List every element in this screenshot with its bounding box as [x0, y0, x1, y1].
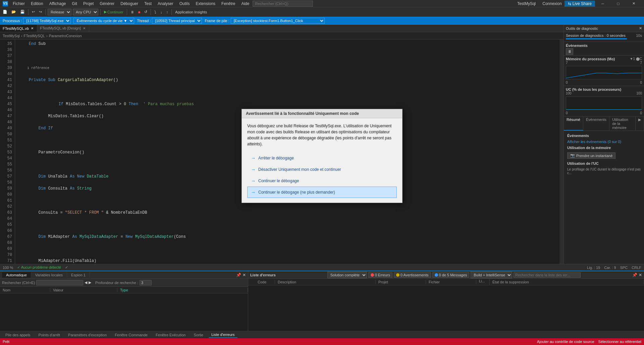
step-over-button[interactable]: ⤵ [153, 9, 158, 15]
auto-search-input[interactable] [36, 280, 83, 285]
error-search-input[interactable] [514, 272, 581, 278]
platform-dropdown[interactable]: Any CPU [73, 9, 98, 15]
auto-content [0, 293, 248, 331]
save-button[interactable]: 💾 [19, 9, 26, 15]
pause-button[interactable]: ⏸ [129, 9, 136, 15]
menu-deboguer[interactable]: Déboguer [118, 1, 141, 7]
select-repo[interactable]: Sélectionner au référentiel [598, 340, 641, 344]
diag-expand-icon[interactable]: ▶ [636, 117, 644, 131]
modal-option2[interactable]: → Désactiver Uniquement mon code et cont… [247, 164, 397, 175]
messages-filter-btn[interactable]: 0 de 5 Messages [432, 272, 470, 278]
global-search-input[interactable] [253, 1, 313, 7]
tab-ftestmysql-vb[interactable]: FTestMySQL.vb ✕ [0, 25, 37, 32]
editor-scrollbar[interactable] [559, 40, 564, 264]
toolbar-sep5 [151, 9, 151, 15]
tab-breakpoints[interactable]: Points d'arrêt [36, 332, 63, 338]
restart-button[interactable]: ↺ [143, 9, 149, 15]
app-insights-button[interactable]: Application Insights [174, 9, 208, 15]
info-dot [435, 273, 438, 277]
modal-option3[interactable]: → Continuer le débogage [247, 175, 397, 187]
start-button[interactable]: ▶ Continuer [103, 9, 125, 15]
time-slider[interactable] [566, 38, 627, 40]
error-close-icon[interactable]: ✕ [639, 273, 642, 277]
error-pin-icon[interactable]: 📌 [632, 273, 637, 277]
add-source-control[interactable]: Ajouter au contrôle de code source [537, 340, 594, 344]
tab-exception-settings[interactable]: Paramètres d'exception [65, 332, 109, 338]
menu-edition[interactable]: Edition [28, 1, 46, 7]
breadcrumb-bar: TestMySql › FTestMySQL › ParametroConexi… [0, 32, 564, 40]
redo-button[interactable]: ↪ [38, 9, 43, 15]
tab-errors[interactable]: Liste d'erreurs [209, 332, 237, 338]
tab-variables-locales[interactable]: Variables locales [31, 272, 67, 278]
error-scope-dropdown[interactable]: Solution complète [327, 272, 367, 278]
events-dropdown[interactable]: Évènements du cycle de vie ▼ [73, 18, 134, 24]
camera-icon: 📷 [570, 153, 575, 158]
error-panel-controls: 📌 ✕ [632, 273, 642, 277]
frame-dropdown[interactable]: [Exception] stocktest.Form1.Button1_Clic… [231, 18, 325, 24]
auto-close-icon[interactable]: ✕ [243, 273, 246, 277]
error-content [248, 285, 644, 331]
stop-button[interactable]: ■ [137, 9, 142, 15]
err-line-col: Li... [476, 279, 490, 285]
menu-test[interactable]: Test [142, 1, 154, 7]
maximize-button[interactable]: □ [610, 0, 626, 7]
auto-pin-icon[interactable]: 📌 [236, 273, 241, 277]
menu-generer[interactable]: Générer [97, 1, 117, 7]
step-into-button[interactable]: ↓ [159, 9, 164, 15]
search-nav-fwd[interactable]: ▶ [89, 280, 91, 285]
live-share-button[interactable]: ⇆ Live Share [565, 1, 595, 7]
window-controls: ─ □ ✕ [595, 0, 641, 7]
menu-extensions[interactable]: Extensions [193, 1, 218, 7]
menu-fenetre[interactable]: Fenêtre [219, 1, 238, 7]
connexion-button[interactable]: Connexion [540, 1, 564, 7]
menu-fichier[interactable]: Fichier [10, 1, 28, 7]
auto-toolbar: Rechercher (Ctrl+E) ◀ ▶ Profondeur de re… [0, 279, 248, 287]
new-file-button[interactable]: 📄 [1, 9, 9, 15]
diagnostic-close[interactable]: ✕ [639, 26, 642, 30]
tab-command[interactable]: Fenêtre Commande [112, 332, 150, 338]
modal-option4[interactable]: → Continuer le débogage (ne plus demande… [247, 187, 397, 198]
events-label: Évènements [566, 44, 588, 48]
modal-title-text: Avertissement lié à la fonctionnalité Un… [246, 111, 359, 116]
close-button[interactable]: ✕ [626, 0, 641, 7]
tab-output[interactable]: Sortie [191, 332, 206, 338]
snapshot-button[interactable]: 📷 Prendre un instantané [567, 152, 615, 159]
menu-affichage[interactable]: Affichage [47, 1, 69, 7]
menu-analyser[interactable]: Analyser [155, 1, 176, 7]
menu-aide[interactable]: Aide [238, 1, 252, 7]
diag-tab-events[interactable]: Événements [583, 117, 609, 131]
tab-pile[interactable]: Pile des appels [3, 332, 33, 338]
modal-option1[interactable]: → Arrêter le débogage [247, 152, 397, 164]
tab-automatique[interactable]: Automatique [2, 272, 31, 278]
close-tab-icon[interactable]: ✕ [30, 26, 34, 30]
search-nav-back[interactable]: ◀ [85, 280, 87, 285]
undo-button[interactable]: ↩ [31, 9, 36, 15]
menu-projet[interactable]: Projet [80, 1, 96, 7]
process-dropdown[interactable]: [11788] TestMySql.exe [23, 18, 71, 24]
errors-filter-btn[interactable]: 0 Erreurs [368, 272, 392, 278]
breadcrumb-class[interactable]: FTestMySQL [23, 34, 45, 38]
build-type-dropdown[interactable]: Build + IntelliSense [471, 272, 512, 278]
breadcrumb-file[interactable]: TestMySql [3, 34, 20, 38]
diag-tab-resume[interactable]: Résumé [564, 117, 583, 131]
close-tab-icon[interactable]: ✕ [82, 26, 86, 30]
thread-dropdown[interactable]: [10592] Thread principal [152, 18, 202, 24]
breadcrumb-member[interactable]: ParametroConexion [49, 34, 82, 38]
open-button[interactable]: 📂 [10, 9, 17, 15]
depth-input[interactable] [140, 280, 152, 285]
ready-status: Prêt [3, 340, 9, 344]
minimize-button[interactable]: ─ [595, 0, 610, 7]
tab-ftestmysql-design[interactable]: FTestMySQL.vb [Design] ✕ [37, 25, 89, 32]
show-events-link[interactable]: Afficher les événements (0 sur 0) [565, 139, 643, 144]
tab-execution[interactable]: Fenêtre Exécution [153, 332, 188, 338]
diag-tab-memory[interactable]: Utilisation de la mémoire [609, 117, 636, 131]
tab-espion[interactable]: Espion 1 [67, 272, 90, 278]
tab-label: FTestMySQL.vb [3, 26, 29, 30]
pause-events-icon[interactable]: ⏸ [566, 48, 573, 55]
menu-outils[interactable]: Outils [177, 1, 193, 7]
build-config-dropdown[interactable]: Release [48, 9, 71, 15]
step-out-button[interactable]: ↑ [165, 9, 170, 15]
warnings-filter-btn[interactable]: 0 Avertissements [394, 272, 431, 278]
menu-git[interactable]: Git [69, 1, 80, 7]
vs-icon: VS [3, 1, 8, 6]
